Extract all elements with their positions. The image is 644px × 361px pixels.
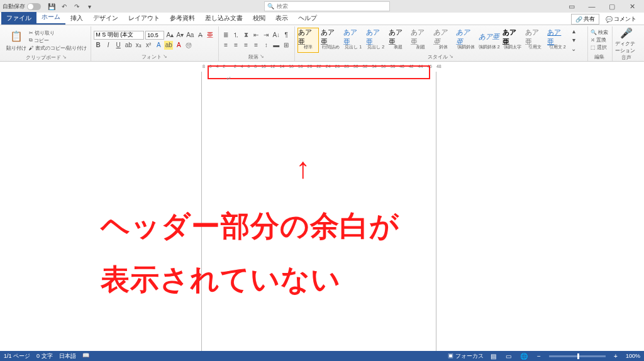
multilevel-icon[interactable]: ⧗ bbox=[242, 31, 250, 40]
style-item-1[interactable]: あア亜行間詰め bbox=[320, 28, 341, 53]
style-item-0[interactable]: あア亜標準 bbox=[297, 28, 319, 53]
search-box[interactable]: 🔍 検索 bbox=[264, 1, 390, 11]
zoom-slider[interactable] bbox=[549, 355, 606, 357]
style-item-5[interactable]: あア亜副題 bbox=[410, 28, 431, 53]
grow-font-icon[interactable]: A▴ bbox=[165, 31, 174, 40]
status-words[interactable]: 0 文字 bbox=[36, 352, 53, 360]
style-item-11[interactable]: あア亜引用文 2 bbox=[547, 28, 568, 53]
close-icon[interactable]: ✕ bbox=[623, 1, 641, 12]
redo-icon[interactable]: ↷ bbox=[72, 2, 81, 11]
strike-icon[interactable]: ab bbox=[124, 41, 133, 50]
styles-more-icon[interactable]: ⌄ bbox=[569, 45, 578, 53]
font-size-input[interactable] bbox=[145, 31, 164, 40]
style-item-4[interactable]: あア亜表題 bbox=[388, 28, 409, 53]
minimize-icon[interactable]: — bbox=[582, 1, 601, 12]
paste-button[interactable]: 📋 貼り付け bbox=[5, 26, 28, 54]
paste-icon: 📋 bbox=[9, 30, 23, 43]
undo-icon[interactable]: ↶ bbox=[60, 2, 69, 11]
tab-references[interactable]: 参考資料 bbox=[165, 12, 200, 25]
select-icon: ⬚ bbox=[591, 45, 596, 50]
increase-indent-icon[interactable]: ⇥ bbox=[262, 31, 270, 40]
show-marks-icon[interactable]: ¶ bbox=[282, 31, 291, 40]
highlight-icon[interactable]: ab bbox=[164, 41, 173, 50]
justify-icon[interactable]: ≡ bbox=[252, 41, 260, 50]
ribbon-display-icon[interactable]: ▭ bbox=[562, 1, 581, 12]
tab-insert[interactable]: 挿入 bbox=[65, 12, 88, 25]
print-layout-icon[interactable]: ▤ bbox=[489, 352, 499, 360]
read-mode-icon[interactable]: ▭ bbox=[504, 352, 514, 360]
tab-file[interactable]: ファイル bbox=[1, 12, 36, 25]
zoom-level[interactable]: 100% bbox=[626, 353, 640, 359]
zoom-out-icon[interactable]: − bbox=[534, 352, 544, 360]
font-color-icon[interactable]: A bbox=[174, 41, 183, 50]
save-icon[interactable]: 💾 bbox=[47, 2, 56, 11]
toggle-switch-icon[interactable] bbox=[27, 3, 41, 10]
change-case-icon[interactable]: Aa bbox=[186, 31, 194, 40]
zoom-in-icon[interactable]: + bbox=[611, 352, 621, 360]
sort-icon[interactable]: A↓ bbox=[272, 31, 280, 40]
tab-layout[interactable]: レイアウト bbox=[123, 12, 165, 25]
align-right-icon[interactable]: ≡ bbox=[242, 41, 250, 50]
bullets-icon[interactable]: ≣ bbox=[221, 31, 230, 40]
italic-icon[interactable]: I bbox=[104, 41, 113, 50]
styles-up-icon[interactable]: ▴ bbox=[569, 27, 578, 36]
proofing-icon[interactable]: 📖 bbox=[82, 352, 89, 360]
dictate-button[interactable]: 🎤 ディクテーション bbox=[615, 26, 638, 54]
font-dialog-icon[interactable]: ↘ bbox=[163, 53, 167, 60]
tab-design[interactable]: デザイン bbox=[88, 12, 123, 25]
select-button[interactable]: ⬚選択 bbox=[591, 44, 608, 51]
align-left-icon[interactable]: ≡ bbox=[221, 41, 230, 50]
enclose-icon[interactable]: ㊞ bbox=[184, 41, 193, 50]
superscript-icon[interactable]: x² bbox=[144, 41, 153, 50]
comment-button[interactable]: 💬コメント bbox=[602, 14, 640, 24]
underline-icon[interactable]: U bbox=[114, 41, 123, 50]
style-name: 強調斜体 2 bbox=[479, 44, 500, 50]
border-icon[interactable]: ⊞ bbox=[282, 41, 291, 50]
shading-icon[interactable]: ▬ bbox=[272, 41, 280, 50]
bold-icon[interactable]: B bbox=[94, 41, 103, 50]
share-button[interactable]: 🔗共有 bbox=[571, 14, 599, 25]
phonetic-guide-icon[interactable]: 亜 bbox=[206, 31, 214, 40]
align-center-icon[interactable]: ≡ bbox=[231, 41, 240, 50]
cut-button[interactable]: ✂切り取り bbox=[29, 30, 87, 36]
text-effects-icon[interactable]: A bbox=[154, 41, 163, 50]
clear-format-icon[interactable]: A̶ bbox=[196, 31, 204, 40]
autosave-toggle[interactable]: 自動保存 bbox=[3, 3, 41, 11]
replace-button[interactable]: ⤭置換 bbox=[591, 36, 608, 43]
style-item-8[interactable]: あア亜強調斜体 2 bbox=[478, 28, 501, 53]
tab-home[interactable]: ホーム bbox=[36, 11, 65, 25]
tab-view[interactable]: 表示 bbox=[270, 12, 293, 25]
font-name-input[interactable] bbox=[94, 31, 144, 40]
document-area[interactable]: ↵ ↑ ヘッダー部分の余白が 表示されていない bbox=[0, 72, 644, 351]
copy-button[interactable]: ⧉コピー bbox=[29, 37, 87, 44]
shrink-font-icon[interactable]: A▾ bbox=[175, 31, 184, 40]
style-item-2[interactable]: あア亜見出し 1 bbox=[343, 28, 364, 53]
style-item-6[interactable]: あア亜斜体 bbox=[433, 28, 454, 53]
line-spacing-icon[interactable]: ↕ bbox=[262, 41, 270, 50]
web-layout-icon[interactable]: 🌐 bbox=[519, 352, 529, 360]
tab-review[interactable]: 校閲 bbox=[248, 12, 270, 25]
style-item-10[interactable]: あア亜引用文 bbox=[525, 28, 546, 53]
style-name: 引用文 bbox=[528, 44, 541, 50]
tab-mailings[interactable]: 差し込み文書 bbox=[200, 12, 248, 25]
maximize-icon[interactable]: ▢ bbox=[602, 1, 621, 12]
paragraph-dialog-icon[interactable]: ↘ bbox=[260, 53, 264, 60]
qat-dropdown-icon[interactable]: ▾ bbox=[85, 2, 94, 11]
status-page[interactable]: 1/1 ページ bbox=[4, 352, 30, 360]
style-name: 斜体 bbox=[439, 44, 448, 50]
decrease-indent-icon[interactable]: ⇤ bbox=[252, 31, 260, 40]
format-painter-button[interactable]: 🖌書式のコピー/貼り付け bbox=[29, 45, 87, 52]
focus-button[interactable]: ▣ フォーカス bbox=[448, 352, 484, 360]
style-item-3[interactable]: あア亜見出し 2 bbox=[365, 28, 387, 53]
styles-gallery[interactable]: あア亜標準あア亜行間詰めあア亜見出し 1あア亜見出し 2あア亜表題あア亜副題あア… bbox=[297, 28, 568, 53]
tab-help[interactable]: ヘルプ bbox=[293, 12, 322, 25]
numbering-icon[interactable]: ⒈ bbox=[231, 31, 240, 40]
style-item-9[interactable]: あア亜強調太字 bbox=[502, 28, 523, 53]
find-button[interactable]: 🔍検索 bbox=[591, 29, 608, 36]
clipboard-dialog-icon[interactable]: ↘ bbox=[62, 54, 67, 61]
style-item-7[interactable]: あア亜強調斜体 bbox=[455, 28, 477, 53]
styles-down-icon[interactable]: ▾ bbox=[569, 36, 578, 45]
styles-dialog-icon[interactable]: ↘ bbox=[449, 53, 453, 60]
subscript-icon[interactable]: x₂ bbox=[134, 41, 143, 50]
status-lang[interactable]: 日本語 bbox=[59, 352, 76, 360]
